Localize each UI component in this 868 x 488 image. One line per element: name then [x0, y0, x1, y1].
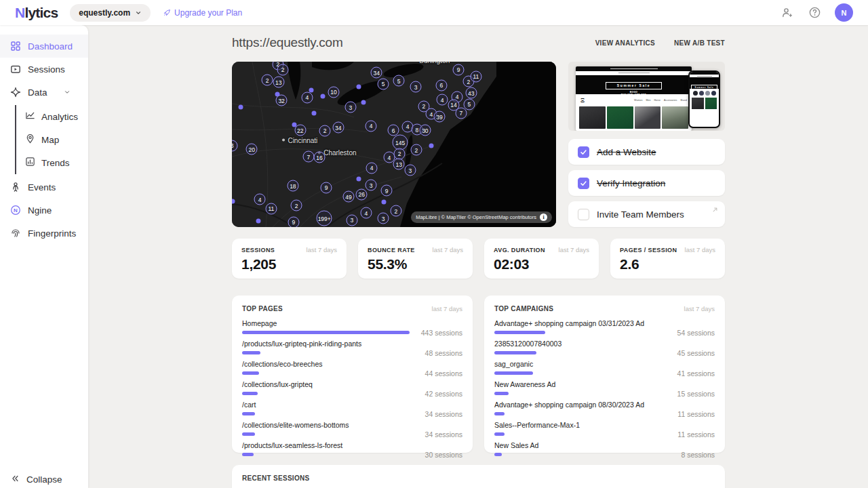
- list-item[interactable]: Sales--Performance-Max-111 sessions: [494, 421, 715, 437]
- list-item[interactable]: Advantage+ shopping campaign 08/30/2023 …: [494, 401, 715, 417]
- map-cluster[interactable]: 2: [277, 64, 289, 75]
- info-icon[interactable]: i: [540, 214, 547, 221]
- map-cluster[interactable]: 9: [321, 182, 332, 193]
- website-preview[interactable]: Summer Sale BOGOBUY ONE, GET ONE50% OFF …: [568, 62, 725, 131]
- checklist-invite-team[interactable]: Invite Team Members: [568, 201, 725, 227]
- map-cluster[interactable]: 32: [276, 95, 288, 106]
- map-cluster[interactable]: 4: [366, 162, 378, 174]
- map-cluster[interactable]: 26: [356, 188, 368, 200]
- map-point[interactable]: [356, 176, 361, 181]
- map-cluster[interactable]: 18: [287, 180, 298, 192]
- map-cluster[interactable]: 4: [301, 92, 313, 103]
- map-cluster[interactable]: 2: [410, 144, 422, 156]
- map-cluster[interactable]: 4: [254, 194, 266, 205]
- map-cluster[interactable]: 3: [410, 81, 422, 93]
- map-cluster[interactable]: 2: [262, 75, 273, 86]
- map-cluster[interactable]: 6: [435, 79, 447, 91]
- map-cluster[interactable]: 10: [328, 86, 340, 98]
- map-point[interactable]: [429, 143, 433, 148]
- map-cluster[interactable]: 20: [246, 144, 258, 155]
- map-cluster[interactable]: 11: [265, 203, 277, 214]
- stat-period: last 7 days: [307, 246, 337, 253]
- map-cluster[interactable]: 4: [366, 120, 377, 131]
- map-cluster[interactable]: 5: [378, 78, 389, 89]
- map-cluster[interactable]: 3: [346, 214, 357, 226]
- sessions-map[interactable]: CincinnatiCharlestonBurlington 222133241…: [232, 62, 556, 227]
- sidebar-collapse-button[interactable]: Collapse: [10, 474, 62, 485]
- map-cluster[interactable]: 49: [343, 191, 355, 203]
- list-item[interactable]: /collections/lux-gripteq42 sessions: [242, 380, 462, 396]
- map-cluster[interactable]: 2: [291, 200, 302, 211]
- checkbox[interactable]: [578, 178, 589, 189]
- map-cluster[interactable]: 13: [273, 77, 284, 88]
- sidebar-item-fingerprints[interactable]: Fingerprints: [0, 222, 88, 245]
- map-cluster[interactable]: 5: [393, 75, 405, 87]
- list-item[interactable]: /products/lux-gripteq-pink-riding-pants4…: [242, 340, 462, 356]
- list-item[interactable]: /collections/elite-womens-bottoms34 sess…: [242, 421, 462, 437]
- map-cluster[interactable]: 30: [419, 125, 431, 136]
- list-item[interactable]: Homepage443 sessions: [242, 319, 462, 336]
- user-avatar[interactable]: N: [835, 3, 853, 22]
- map-cluster[interactable]: 7: [302, 151, 314, 163]
- events-icon: [10, 182, 21, 192]
- list-item[interactable]: sag_organic41 sessions: [494, 360, 715, 376]
- checklist-add-website[interactable]: Add a Website: [568, 139, 725, 165]
- map-cluster[interactable]: 11: [470, 70, 481, 82]
- new-ab-test-button[interactable]: NEW A/B TEST: [674, 39, 725, 47]
- checkbox[interactable]: [578, 209, 589, 220]
- sidebar-item-dashboard[interactable]: Dashboard: [0, 35, 88, 58]
- item-sessions: 48 sessions: [425, 349, 462, 357]
- map-cluster[interactable]: 7: [455, 107, 467, 119]
- upgrade-plan-link[interactable]: Upgrade your Plan: [163, 8, 242, 18]
- map-cluster[interactable]: 9: [453, 64, 465, 75]
- map-point[interactable]: [356, 85, 361, 89]
- list-item[interactable]: 2385312000784000345 sessions: [494, 340, 715, 356]
- sidebar-label: Events: [28, 182, 56, 192]
- map-cluster[interactable]: 34: [332, 122, 344, 134]
- checklist-verify-integration[interactable]: Verify Integration: [568, 170, 725, 196]
- sidebar-item-analytics[interactable]: Analytics: [16, 105, 88, 128]
- top-campaigns-list: Advantage+ shopping campaign 03/31/2023 …: [494, 319, 715, 458]
- map-point[interactable]: [238, 105, 243, 110]
- map-cluster[interactable]: 34: [371, 67, 382, 79]
- map-point[interactable]: [256, 218, 261, 223]
- map-cluster[interactable]: 6: [388, 125, 399, 136]
- sidebar-item-trends[interactable]: Trends: [16, 151, 88, 174]
- sidebar-item-ngine[interactable]: N Ngine: [0, 199, 88, 222]
- map-cluster[interactable]: 3: [366, 180, 377, 191]
- map-cluster[interactable]: 2: [390, 205, 401, 217]
- map-point[interactable]: [320, 94, 325, 98]
- map-cluster[interactable]: 9: [381, 185, 393, 197]
- help-button[interactable]: [808, 6, 821, 20]
- map-cluster[interactable]: 3: [404, 165, 416, 176]
- sidebar-item-map[interactable]: Map: [16, 128, 88, 151]
- map-cluster[interactable]: 9: [288, 216, 299, 227]
- domain-selector[interactable]: equestly.com: [70, 4, 151, 22]
- map-cluster[interactable]: 3: [378, 213, 389, 224]
- map-cluster[interactable]: 3: [344, 102, 356, 113]
- map-cluster[interactable]: 2: [319, 125, 331, 136]
- map-point[interactable]: [361, 100, 366, 105]
- list-item[interactable]: Advantage+ shopping campaign 03/31/2023 …: [494, 319, 715, 336]
- list-item[interactable]: /products/lux-seamless-ls-forest30 sessi…: [242, 441, 462, 458]
- sidebar-item-events[interactable]: Events: [0, 176, 88, 199]
- sidebar-item-data[interactable]: Data: [0, 81, 88, 104]
- map-cluster[interactable]: 39: [433, 111, 445, 123]
- map-cluster[interactable]: 43: [465, 87, 477, 99]
- map-cluster[interactable]: 22: [294, 125, 306, 136]
- list-item[interactable]: /collections/eco-breeches44 sessions: [242, 360, 462, 376]
- invite-user-button[interactable]: [781, 6, 794, 20]
- map-cluster[interactable]: 4: [437, 94, 448, 106]
- list-item[interactable]: /cart34 sessions: [242, 401, 462, 417]
- sidebar-item-sessions[interactable]: Sessions: [0, 58, 88, 81]
- map-cluster[interactable]: 13: [393, 159, 405, 170]
- checkbox[interactable]: [578, 146, 589, 158]
- map-cluster[interactable]: 16: [314, 152, 326, 163]
- view-analytics-button[interactable]: VIEW ANALYTICS: [595, 39, 655, 47]
- list-item[interactable]: New Awareness Ad15 sessions: [494, 380, 715, 396]
- list-item[interactable]: New Sales Ad8 sessions: [494, 441, 715, 458]
- map-cluster[interactable]: 199+: [317, 211, 332, 226]
- map-point[interactable]: [311, 110, 316, 115]
- map-cluster[interactable]: 4: [360, 207, 372, 219]
- map-point[interactable]: [382, 199, 387, 204]
